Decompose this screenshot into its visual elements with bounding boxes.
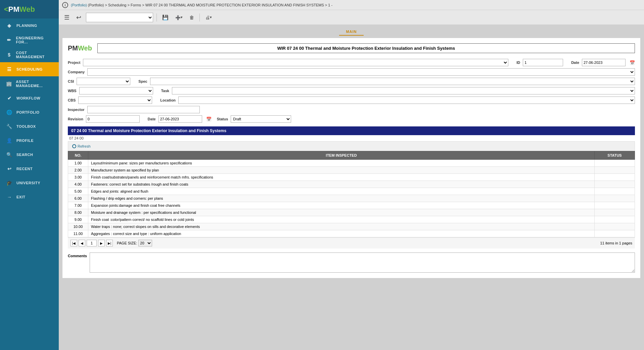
project-select[interactable]: [83, 59, 508, 66]
logo-area: <PMWeb: [0, 0, 59, 18]
sidebar-item-university[interactable]: 🎓 UNIVERSITY: [0, 176, 59, 190]
sidebar-item-exit[interactable]: → EXIT: [0, 190, 59, 204]
revision-label: Revision: [68, 117, 83, 121]
toolbar-dropdown[interactable]: [86, 13, 153, 22]
sidebar-item-planning[interactable]: ◈ PLANNING: [0, 18, 59, 33]
planning-icon: ◈: [6, 22, 13, 29]
calendar-icon[interactable]: 📅: [630, 60, 635, 65]
table-row[interactable]: 7.00 Expansion joints:damage and finish …: [68, 202, 635, 209]
status-select[interactable]: Draft: [231, 115, 291, 123]
sidebar-item-profile[interactable]: 👤 PROFILE: [0, 133, 59, 148]
page-number-input[interactable]: [87, 240, 97, 246]
sidebar-item-portfolio[interactable]: 🌐 PORTFOLIO: [0, 105, 59, 119]
sidebar-item-label: WORKFLOW: [16, 96, 40, 100]
table-row[interactable]: 4.00 Fasteners: correct set for substrat…: [68, 181, 635, 188]
menu-button[interactable]: [62, 12, 72, 23]
row-no: 1.00: [68, 160, 88, 167]
sidebar-item-recent[interactable]: ↩ RECENT: [0, 162, 59, 176]
page-size-select[interactable]: 20 50 100: [138, 240, 152, 246]
content-area: MAIN PMWeb WIR 07 24 00 Thermal and Mois…: [59, 25, 644, 350]
search-icon: 🔍: [6, 151, 13, 158]
row-revision: Revision Date 📅 Status Draft: [68, 115, 635, 123]
col-item-header: ITEM INSPECTED: [88, 151, 595, 160]
sidebar-item-search[interactable]: 🔍 SEARCH: [0, 148, 59, 162]
form-fields: Project ID Date 📅 Company CSI: [68, 59, 635, 123]
comments-label: Comments: [68, 252, 87, 258]
row-status: [595, 195, 635, 202]
refresh-button[interactable]: Refresh: [70, 143, 93, 150]
col-status-header: STATUS: [595, 151, 635, 160]
print-dropdown: ▾: [210, 15, 212, 20]
row-project: Project ID Date 📅: [68, 59, 635, 67]
date-input[interactable]: [582, 59, 626, 66]
info-icon: i: [62, 2, 68, 8]
refresh-label: Refresh: [78, 144, 91, 148]
total-info: 11 items in 1 pages: [600, 241, 632, 245]
calendar2-icon[interactable]: 📅: [206, 117, 212, 122]
sidebar-item-workflow[interactable]: ✔ WORKFLOW: [0, 91, 59, 105]
row-item: Edges and joints: aligned and flush: [88, 188, 595, 195]
wbs-select[interactable]: [79, 87, 153, 94]
row-item: Finish coat :color/pattern correct/ no s…: [88, 216, 595, 223]
main-content: i (Portfolio) (Portfolio) > Scheduling >…: [59, 0, 644, 350]
task-select[interactable]: [172, 87, 635, 94]
table-row[interactable]: 11.00 Aggregates : correct size and type…: [68, 230, 635, 237]
table-row[interactable]: 5.00 Edges and joints: aligned and flush: [68, 188, 635, 195]
cbs-select[interactable]: [78, 96, 152, 104]
portfolio-breadcrumb[interactable]: (Portfolio): [71, 3, 87, 7]
csi-label: CSI: [68, 79, 74, 83]
table-row[interactable]: 10.00 Water traps : none; correct slopes…: [68, 223, 635, 230]
asset-icon: 🏢: [6, 80, 12, 87]
comments-textarea[interactable]: [90, 252, 635, 273]
spec-select[interactable]: [150, 78, 635, 85]
table-row[interactable]: 6.00 Flashing / drip edges and corners: …: [68, 195, 635, 202]
sidebar-item-label: SCHEDULING: [16, 67, 43, 71]
next-page-button[interactable]: ▶: [98, 240, 105, 246]
tab-bar: MAIN: [62, 28, 641, 36]
sidebar-item-asset[interactable]: 🏢 ASSET MANAGEME...: [0, 76, 59, 91]
section-header: 07 24 00 Thermal and Moisture Protection…: [68, 126, 635, 135]
sidebar-item-label: SEARCH: [16, 153, 33, 157]
refresh-icon: [72, 144, 77, 149]
divider2: [199, 13, 200, 22]
sidebar-item-engineering[interactable]: ✏ ENGINEERING FOR...: [0, 33, 59, 47]
last-page-button[interactable]: ▶|: [106, 240, 113, 246]
table-row[interactable]: 9.00 Finish coat :color/pattern correct/…: [68, 216, 635, 223]
sidebar-item-scheduling[interactable]: ☰ SCHEDULING: [0, 62, 59, 76]
save-button[interactable]: [160, 12, 171, 22]
list-icon: [64, 14, 70, 21]
sidebar-item-cost[interactable]: $ COST MANAGEMENT: [0, 47, 59, 62]
company-select[interactable]: [87, 68, 635, 76]
add-button[interactable]: ▾: [173, 12, 185, 22]
spec-label: Spec: [138, 79, 147, 83]
inspector-input[interactable]: [87, 106, 200, 113]
tab-main[interactable]: MAIN: [339, 28, 363, 36]
sidebar-item-label: RECENT: [16, 167, 33, 171]
delete-button[interactable]: [187, 12, 196, 22]
row-status: [595, 209, 635, 216]
csi-select[interactable]: [77, 78, 130, 85]
row-status: [595, 167, 635, 174]
inspection-table: NO. ITEM INSPECTED STATUS 1.00 Layout/mi…: [68, 151, 635, 237]
undo-button[interactable]: [74, 12, 83, 23]
prev-page-button[interactable]: ◀: [79, 240, 85, 246]
print-button[interactable]: ▾: [203, 12, 214, 22]
wbs-label: WBS: [68, 89, 77, 93]
form-logo: PMWeb: [68, 44, 92, 52]
table-row[interactable]: 8.00 Moisture and drainage system : per …: [68, 209, 635, 216]
first-page-button[interactable]: |◀: [71, 240, 77, 246]
location-select[interactable]: [178, 96, 635, 104]
table-row[interactable]: 3.00 Finish coat/substrates/panels and r…: [68, 174, 635, 181]
id-input[interactable]: [523, 59, 563, 66]
table-row[interactable]: 1.00 Layout/minimum pane: sizes per manu…: [68, 160, 635, 167]
date2-input[interactable]: [158, 115, 202, 123]
date2-label: Date: [148, 117, 156, 121]
exit-icon: →: [6, 193, 13, 201]
sidebar-item-toolbox[interactable]: 🔧 TOOLBOX: [0, 119, 59, 133]
revision-input[interactable]: [86, 115, 140, 123]
table-row[interactable]: 2.00 Manufacturer system as specified by…: [68, 167, 635, 174]
page-size-label: PAGE SIZE:: [117, 241, 137, 245]
row-no: 8.00: [68, 209, 88, 216]
row-status: [595, 181, 635, 188]
sidebar-item-label: PLANNING: [16, 24, 37, 28]
